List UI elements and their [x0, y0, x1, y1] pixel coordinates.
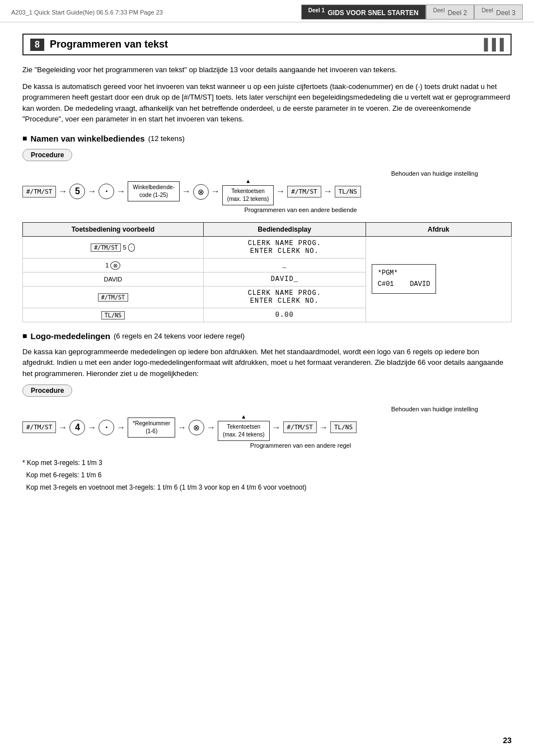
flow-key-end-1: #/TM/ST — [287, 186, 321, 198]
flow-arrow-1d: → — [182, 186, 191, 196]
nav-tab-deel2[interactable]: Deel Deel 2 — [426, 4, 475, 20]
section-header: 8 Programmeren van tekst ▐▐▐ — [22, 34, 512, 55]
table-cell-display-1: CLERK NAME PROG.ENTER CLERK NO. — [203, 236, 366, 258]
flow-branch-up-arrow: ▲ — [245, 178, 251, 184]
flow-arrow-2f: → — [272, 422, 281, 433]
flow-tlns-2: TL/NS — [330, 421, 357, 433]
flow-x-circle-1: ⊗ — [193, 184, 209, 200]
logo-subsection-title: Logo-mededelingen (6 regels en 24 tekens… — [22, 331, 512, 341]
flow-arrow-2a: → — [58, 422, 67, 433]
deel2-label: Deel — [433, 7, 445, 13]
section-icon: ▐▐▐ — [480, 38, 504, 51]
flow-arrow-2g: → — [319, 422, 328, 433]
table-cell-print-1: *PGM*C#01 DAVID — [366, 236, 511, 322]
flow-dot-1: · — [99, 184, 114, 199]
x-circle-2: ⊗ — [110, 261, 120, 270]
page-header: A203_1 Quick Start Guide(Ne) 06.5.6 7:33… — [0, 0, 534, 22]
flow-arrow-1b: → — [87, 186, 96, 196]
flow-tekentoetsen-group-1: ▲ Tekentoetsen(max. 12 tekens) — [222, 178, 274, 205]
nav-tab-deel3[interactable]: Deel Deel 3 — [474, 4, 523, 20]
example-table-1: Toetsbediening voorbeeld Bediendedisplay… — [22, 222, 512, 322]
flow-top-label-1: Behouden van huidige instelling — [22, 170, 478, 177]
flow-dot-2: · — [99, 420, 114, 435]
flow-branch-up-arrow-2: ▲ — [241, 414, 246, 420]
flow-arrow-1a: → — [58, 186, 67, 196]
flow-num5: 5 — [69, 184, 85, 199]
table-cell-display-3: DAVID_ — [203, 272, 366, 286]
table-cell-key-3: DAVID — [23, 272, 204, 286]
page-content: 8 Programmeren van tekst ▐▐▐ Zie "Begele… — [0, 22, 534, 515]
flow-box-regelnummer: *Regelnummer(1-6) — [128, 417, 175, 438]
flow-arrow-2b: → — [87, 422, 96, 433]
deel3-label: Deel — [481, 7, 493, 13]
table-cell-display-4: CLERK NAME PROG.ENTER CLERK NO. — [203, 286, 366, 308]
flow-branch-2: ⊗ — [189, 420, 204, 435]
flow-arrow-2d: → — [177, 422, 186, 433]
flow-arrow-1c: → — [116, 186, 125, 196]
receipt-box-1: *PGM*C#01 DAVID — [372, 264, 437, 293]
flow-diagram-2: Behouden van huidige instelling #/TM/ST … — [22, 406, 512, 449]
procedure-badge-2: Procedure — [22, 384, 72, 397]
footnote-1: * Kop met 3-regels: 1 t/m 3 — [22, 458, 512, 468]
key-badge-htmst: #/TM/ST — [91, 243, 121, 252]
flow-box-tekentoetsen-2: Tekentoetsen(max. 24 tekens) — [218, 421, 269, 441]
flow-key-start-1: #/TM/ST — [22, 186, 56, 198]
flow-arrow-1g: → — [324, 186, 332, 196]
key-badge-htmst2: #/TM/ST — [98, 293, 128, 302]
nav-tabs: Deel 1 GIDS VOOR SNEL STARTEN Deel Deel … — [301, 4, 523, 20]
table-cell-key-5: TL/NS — [23, 308, 204, 322]
flow-arrow-1e: → — [211, 186, 220, 196]
intro-paragraph-1: Zie "Begeleiding voor het programmeren v… — [22, 64, 512, 76]
intro-paragraph-2: De kassa is automatisch gereed voor het … — [22, 81, 512, 125]
table-cell-display-5: 0.00 — [203, 308, 366, 322]
flow-diagram-1: Behouden van huidige instelling #/TM/ST … — [22, 170, 512, 213]
namen-subsection-subtitle: (12 tekens) — [148, 134, 185, 143]
flow-top-label-2: Behouden van huidige instelling — [22, 406, 478, 412]
table-header-print: Afdruk — [366, 222, 511, 236]
logo-subsection-subtitle: (6 regels en 24 tekens voor iedere regel… — [114, 332, 245, 340]
flow-row-2: #/TM/ST → 4 → · → *Regelnummer(1-6) → ⊗ … — [22, 414, 512, 441]
flow-bottom-label-2: Programmeren van een andere regel — [90, 442, 512, 449]
table-cell-display-2: _ — [203, 258, 366, 272]
footnote-3: Kop met 3-regels en voetnoot met 3-regel… — [22, 482, 512, 492]
section-number: 8 — [30, 39, 44, 51]
flow-num4: 4 — [69, 420, 85, 435]
flow-box-winkelbediende: Winkelbediende-code (1-25) — [128, 181, 180, 201]
flow-branch-1: ⊗ — [193, 183, 209, 200]
dot-circle-1: · — [128, 243, 135, 252]
flow-key-end-2: #/TM/ST — [283, 421, 317, 433]
flow-key-start-2: #/TM/ST — [22, 421, 56, 433]
namen-subsection-title: Namen van winkelbediendes (12 tekens) — [22, 134, 512, 143]
table-row: #/TM/ST 5 · CLERK NAME PROG.ENTER CLERK … — [23, 236, 512, 258]
flow-tekentoetsen-group-2: ▲ Tekentoetsen(max. 24 tekens) — [218, 414, 269, 441]
flow-x-circle-2: ⊗ — [189, 420, 204, 435]
nav-tab-deel1[interactable]: Deel 1 GIDS VOOR SNEL STARTEN — [301, 4, 426, 20]
doc-info: A203_1 Quick Start Guide(Ne) 06.5.6 7:33… — [11, 9, 301, 16]
nav-tab-deel1-title: GIDS VOOR SNEL STARTEN — [328, 9, 419, 17]
footnotes: * Kop met 3-regels: 1 t/m 3 Kop met 6-re… — [22, 458, 512, 492]
flow-box-tekentoetsen-1: Tekentoetsen(max. 12 tekens) — [222, 185, 274, 205]
footnote-2: Kop met 6-regels: 1 t/m 6 — [22, 470, 512, 480]
flow-row-1: #/TM/ST → 5 → · → Winkelbediende-code (1… — [22, 178, 512, 205]
flow-arrow-2e: → — [207, 422, 216, 433]
flow-arrow-2c: → — [116, 422, 125, 433]
key-badge-tlns: TL/NS — [101, 311, 125, 320]
flow-tlns-1: TL/NS — [335, 186, 361, 198]
table-header-display: Bediendedisplay — [203, 222, 366, 236]
page-number: 23 — [503, 736, 512, 745]
flow-arrow-1f: → — [276, 186, 285, 196]
table-cell-key-2: 1 ⊗ — [23, 258, 204, 272]
logo-intro: De kassa kan geprogrammeerde mededelinge… — [22, 346, 512, 379]
procedure-badge-1: Procedure — [22, 149, 72, 161]
table-cell-key-4: #/TM/ST — [23, 286, 204, 308]
deel1-label: Deel 1 — [308, 7, 325, 13]
table-header-key: Toetsbediening voorbeeld — [23, 222, 204, 236]
table-cell-key-1: #/TM/ST 5 · — [23, 236, 204, 258]
section-title: Programmeren van tekst — [50, 39, 168, 50]
flow-bottom-label-1: Programmeren van een andere bediende — [90, 206, 512, 213]
